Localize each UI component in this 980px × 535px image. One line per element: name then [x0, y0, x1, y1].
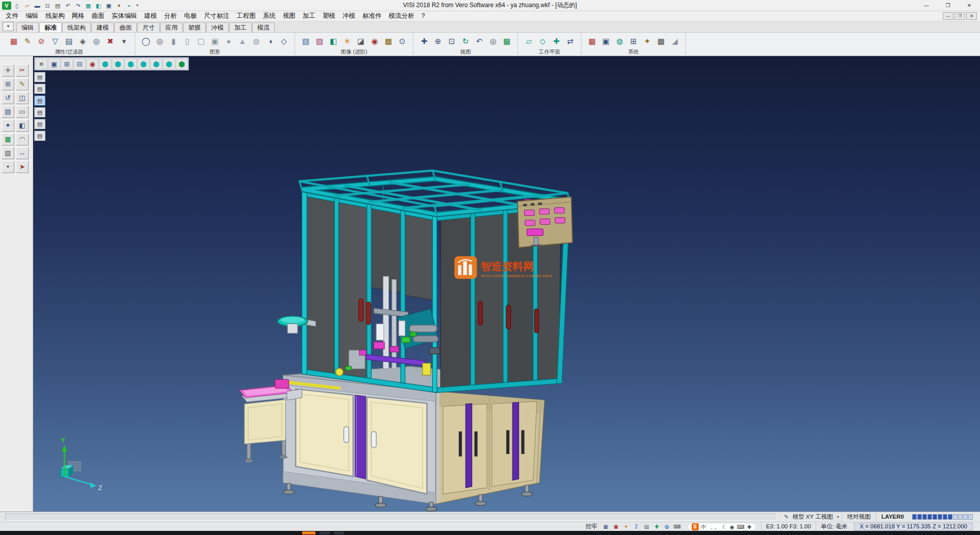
snap-toggle[interactable]: 控牢: [583, 523, 601, 530]
sphere-icon[interactable]: ●: [223, 35, 235, 47]
menu-item[interactable]: ?: [418, 11, 429, 21]
menu-item[interactable]: 分析: [161, 11, 181, 21]
view-cube-back-icon[interactable]: ⬢: [112, 58, 124, 69]
minimize-button[interactable]: —: [916, 0, 937, 11]
highlight-icon[interactable]: ◉: [369, 35, 381, 47]
status-capture-icon[interactable]: ▣: [611, 523, 621, 530]
view-cube-top-icon[interactable]: ⬢: [150, 58, 162, 69]
menu-item[interactable]: 文件: [2, 11, 22, 21]
previous-view-icon[interactable]: ↶: [473, 35, 485, 47]
status-add-icon[interactable]: ✚: [652, 523, 662, 530]
zoom-previous-icon[interactable]: ⊟: [74, 58, 86, 69]
donut-icon[interactable]: ◎: [154, 35, 166, 47]
doc-view-button-1[interactable]: ▤: [34, 72, 45, 82]
doc-close-button[interactable]: ✕: [966, 12, 977, 20]
menu-item[interactable]: 加工: [299, 11, 319, 21]
tab-stamping[interactable]: 冲模: [206, 22, 229, 32]
tab-application[interactable]: 应用: [160, 22, 183, 32]
status-fx-icon[interactable]: ✦: [622, 523, 631, 530]
layer-indicator[interactable]: LAYER0: [876, 512, 909, 522]
render-icon[interactable]: ▧: [300, 35, 312, 47]
properties-icon[interactable]: ▤: [63, 35, 75, 47]
ime-mic-icon[interactable]: ◉: [730, 523, 734, 530]
menu-item[interactable]: 建模: [141, 11, 161, 21]
view-cube-left-icon[interactable]: ⬢: [125, 58, 137, 69]
status-globe-icon[interactable]: ◍: [663, 523, 672, 530]
preferences-icon[interactable]: ✦: [641, 35, 653, 47]
status-grid-icon[interactable]: ▦: [601, 523, 610, 530]
brush-icon[interactable]: ✎: [21, 35, 34, 47]
measure-icon[interactable]: ◫: [16, 92, 29, 104]
menu-item[interactable]: 冲模: [339, 11, 359, 21]
color-table-icon[interactable]: ▦: [586, 35, 598, 47]
taskbar-app-2[interactable]: [334, 531, 344, 534]
visibility-icon[interactable]: ◎: [90, 35, 103, 47]
view-grid-icon[interactable]: ▦: [501, 35, 513, 47]
circle-icon[interactable]: ◯: [140, 35, 152, 47]
filter-icon[interactable]: ▽: [49, 35, 61, 47]
pattern-fill-icon[interactable]: ▩: [382, 35, 395, 47]
rotate-view-icon[interactable]: ↻: [459, 35, 472, 47]
view-menu-icon[interactable]: ≡: [35, 58, 47, 69]
hatch-icon[interactable]: ▨: [2, 147, 14, 159]
ime-punctuation[interactable]: ，。: [709, 523, 720, 530]
tab-overflow-dropdown[interactable]: ▼: [3, 22, 14, 31]
point-icon[interactable]: •: [2, 161, 14, 173]
quick-access-dropdown[interactable]: ▾: [134, 3, 141, 8]
cone-icon[interactable]: ▲: [236, 35, 249, 47]
view-cube-front-icon[interactable]: ⬢: [99, 58, 111, 69]
checker-icon[interactable]: ▩: [655, 35, 667, 47]
ime-bar[interactable]: S 中，。☾◉⌨✚: [688, 523, 756, 531]
taskbar-app-1[interactable]: [320, 531, 330, 534]
doc-view-button-4[interactable]: ▤: [34, 107, 45, 117]
menu-item[interactable]: 线架构: [42, 11, 68, 21]
zoom-window-icon[interactable]: ⊞: [61, 58, 73, 69]
redraw-icon[interactable]: ◉: [86, 58, 99, 69]
tube-icon[interactable]: ▯: [181, 35, 193, 47]
select-icon[interactable]: ✛: [2, 64, 14, 77]
menu-item[interactable]: 视图: [279, 11, 299, 21]
ime-toolbox-icon[interactable]: ✚: [747, 523, 752, 530]
ime-mode[interactable]: 中: [701, 523, 707, 530]
status-keyboard-icon[interactable]: ⌨: [673, 523, 682, 530]
tab-molding[interactable]: 塑膜: [183, 22, 206, 32]
globe-icon[interactable]: ◍: [614, 35, 626, 47]
image-settings-icon[interactable]: ⊙: [396, 35, 408, 47]
taskbar-app-orange[interactable]: [302, 531, 315, 534]
view-cube-iso-icon[interactable]: ⬢: [176, 58, 188, 69]
trim-icon[interactable]: ✂: [16, 64, 29, 77]
transform-icon[interactable]: ✦: [2, 119, 14, 132]
view-cube-bottom-icon[interactable]: ⬢: [163, 58, 175, 69]
status-help-icon[interactable]: 2: [632, 523, 641, 530]
menu-item[interactable]: 工程图: [233, 11, 260, 21]
tab-modeling[interactable]: 建模: [91, 22, 114, 32]
filter-remove-icon[interactable]: ⊘: [35, 35, 47, 47]
iso-view-icon[interactable]: ◧: [94, 2, 103, 10]
grid-snap-icon[interactable]: ⊞: [2, 78, 14, 90]
annotate-icon[interactable]: ➤: [16, 161, 29, 173]
visi-logo-icon[interactable]: V: [2, 2, 11, 10]
workplane-dropdown[interactable]: ▾: [835, 515, 842, 519]
tab-edit[interactable]: 编辑: [16, 22, 39, 32]
menu-item[interactable]: 塑模: [319, 11, 339, 21]
shaded-icon[interactable]: ◑: [264, 35, 276, 47]
workplane-xy-icon[interactable]: ◇: [536, 35, 549, 47]
delete-icon[interactable]: ▭: [16, 106, 29, 118]
mirror-icon[interactable]: ◧: [16, 119, 29, 132]
match-properties-icon[interactable]: ◈: [77, 35, 89, 47]
grid-toggle-icon[interactable]: ▦: [84, 2, 93, 10]
menu-item[interactable]: 曲面: [88, 11, 108, 21]
dimension-icon[interactable]: ↔: [16, 147, 29, 159]
restore-button[interactable]: ❐: [937, 0, 959, 11]
doc-minimize-button[interactable]: —: [943, 12, 953, 20]
edit-mode-icon[interactable]: ✎: [782, 514, 791, 520]
rotate-icon[interactable]: ↺: [2, 92, 14, 104]
save-as-icon[interactable]: ▪: [125, 2, 134, 10]
doc-view-button-6[interactable]: ▤: [34, 131, 45, 141]
menu-item[interactable]: 模流分析: [385, 11, 418, 21]
erase-attributes-icon[interactable]: ✖: [104, 35, 116, 47]
menu-item[interactable]: 网格: [68, 11, 88, 21]
torus-icon[interactable]: ◍: [250, 35, 262, 47]
sketch-icon[interactable]: ✎: [16, 78, 29, 90]
menu-item[interactable]: 实体编辑: [108, 11, 141, 21]
